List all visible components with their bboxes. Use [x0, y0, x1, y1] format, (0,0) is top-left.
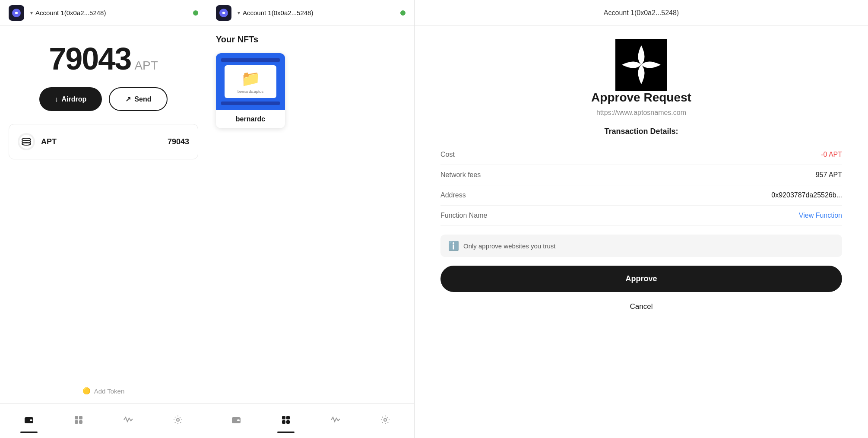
svg-point-11: [177, 419, 179, 421]
nav-item-activity[interactable]: [117, 410, 139, 432]
airdrop-label: Airdrop: [62, 95, 87, 103]
airdrop-button[interactable]: ↓ Airdrop: [39, 87, 102, 111]
svg-rect-10: [79, 420, 82, 424]
wallet-panel: ▾ Account 1(0x0a2...5248) 79043APT ↓ Air…: [0, 0, 207, 438]
nav-item-settings-2[interactable]: [374, 410, 396, 432]
warning-box: ℹ️ Only approve websites you trust: [440, 235, 842, 257]
nft-logo: [216, 5, 231, 21]
balance-currency: APT: [134, 59, 158, 72]
nav-item-grid-2[interactable]: [275, 410, 297, 432]
approve-header: Account 1(0x0a2...5248): [415, 0, 868, 26]
address-row: Address 0x9203787da25526b...: [440, 185, 842, 206]
token-name: APT: [41, 137, 57, 146]
cancel-button[interactable]: Cancel: [440, 298, 842, 315]
approve-header-account: Account 1(0x0a2...5248): [604, 9, 679, 17]
approve-url: https://www.aptosnames.com: [596, 109, 686, 117]
nft-online-status-dot: [400, 10, 405, 16]
svg-rect-9: [75, 420, 78, 424]
svg-rect-7: [75, 416, 78, 419]
balance-section: 79043APT: [0, 26, 207, 87]
send-button[interactable]: ↗ Send: [109, 87, 168, 111]
nft-bottom-bar: [221, 102, 280, 105]
nft-header: ▾ Account 1(0x0a2...5248): [207, 0, 414, 26]
svg-rect-6: [30, 419, 32, 421]
bottom-nav-panel2: [207, 403, 414, 438]
grid-nav-icon-2: [281, 415, 291, 428]
address-value: 0x9203787da25526b...: [771, 191, 842, 199]
svg-rect-15: [282, 416, 285, 419]
cost-row: Cost -0 APT: [440, 145, 842, 165]
token-left: APT: [18, 133, 57, 150]
nft-top-bar: [221, 58, 280, 62]
nft-image-container: 📁 bernardc.aptos: [216, 53, 285, 110]
nft-account-label: Account 1(0x0a2...5248): [243, 9, 400, 16]
network-fees-value: 957 APT: [816, 171, 842, 179]
svg-rect-18: [286, 420, 290, 424]
svg-point-1: [19, 135, 33, 149]
balance-amount: 79043: [49, 41, 131, 76]
approve-title: Approve Request: [591, 91, 691, 105]
nav-item-wallet[interactable]: [18, 410, 40, 432]
wallet-logo: [9, 5, 24, 21]
address-label: Address: [440, 191, 466, 199]
approve-content: Approve Request https://www.aptosnames.c…: [415, 26, 868, 438]
nav-item-settings[interactable]: [167, 410, 189, 432]
wallet-nav-icon-2: [231, 415, 241, 428]
nft-section-title: Your NFTs: [216, 35, 405, 44]
nft-section: Your NFTs 📁 bernardc.aptos bernardc: [207, 26, 414, 128]
wallet-header: ▾ Account 1(0x0a2...5248): [0, 0, 207, 26]
activity-nav-icon: [123, 415, 133, 428]
send-arrow-icon: ↗: [125, 95, 131, 103]
svg-rect-8: [79, 416, 82, 419]
token-list: APT 79043: [9, 124, 198, 159]
nav-item-activity-2[interactable]: [325, 410, 346, 432]
svg-rect-17: [282, 420, 285, 424]
cost-label: Cost: [440, 151, 455, 159]
nav-item-wallet-2[interactable]: [225, 410, 247, 432]
wallet-nav-icon: [24, 415, 34, 428]
function-name-label: Function Name: [440, 212, 488, 219]
warning-text: Only approve websites you trust: [463, 242, 555, 250]
action-buttons: ↓ Airdrop ↗ Send: [0, 87, 207, 124]
airdrop-arrow-icon: ↓: [55, 95, 58, 103]
svg-rect-14: [237, 419, 240, 421]
nft-filename: bernardc.aptos: [238, 89, 263, 94]
add-token-button[interactable]: 🟡 Add Token: [82, 387, 125, 395]
chevron-down-icon: ▾: [30, 10, 33, 16]
bottom-nav-panel1: [0, 403, 207, 438]
info-icon: ℹ️: [448, 241, 459, 251]
nft-card-bernardc[interactable]: 📁 bernardc.aptos bernardc: [216, 53, 285, 128]
nft-image-inner: 📁 bernardc.aptos: [225, 65, 276, 98]
add-token-emoji: 🟡: [82, 387, 91, 395]
view-function-link[interactable]: View Function: [799, 212, 842, 219]
online-status-dot: [193, 10, 198, 16]
approve-panel: Account 1(0x0a2...5248) Approve Request …: [415, 0, 868, 438]
settings-nav-icon: [173, 415, 183, 428]
settings-nav-icon-2: [380, 415, 390, 428]
network-fees-row: Network fees 957 APT: [440, 165, 842, 185]
activity-nav-icon-2: [330, 415, 341, 428]
svg-rect-16: [286, 416, 290, 419]
nft-folder-icon: 📁: [241, 70, 260, 88]
nft-panel: ▾ Account 1(0x0a2...5248) Your NFTs 📁 be…: [207, 0, 415, 438]
token-amount: 79043: [168, 137, 189, 146]
function-name-row: Function Name View Function: [440, 206, 842, 226]
aptos-logo: [615, 39, 667, 91]
network-fees-label: Network fees: [440, 171, 481, 179]
send-label: Send: [134, 95, 151, 103]
account-label: Account 1(0x0a2...5248): [35, 9, 193, 16]
cost-value: -0 APT: [821, 151, 842, 159]
add-token-label: Add Token: [94, 387, 125, 395]
nav-item-grid[interactable]: [68, 410, 89, 432]
nft-label: bernardc: [216, 110, 285, 128]
chevron-down-icon-2: ▾: [238, 10, 240, 16]
approve-actions: Approve Cancel: [440, 266, 842, 324]
token-item-apt[interactable]: APT 79043: [18, 133, 189, 150]
svg-point-19: [384, 419, 386, 421]
approve-button[interactable]: Approve: [440, 266, 842, 292]
apt-token-icon: [18, 133, 35, 150]
transaction-details-title: Transaction Details:: [440, 127, 842, 136]
grid-nav-icon: [73, 415, 84, 428]
